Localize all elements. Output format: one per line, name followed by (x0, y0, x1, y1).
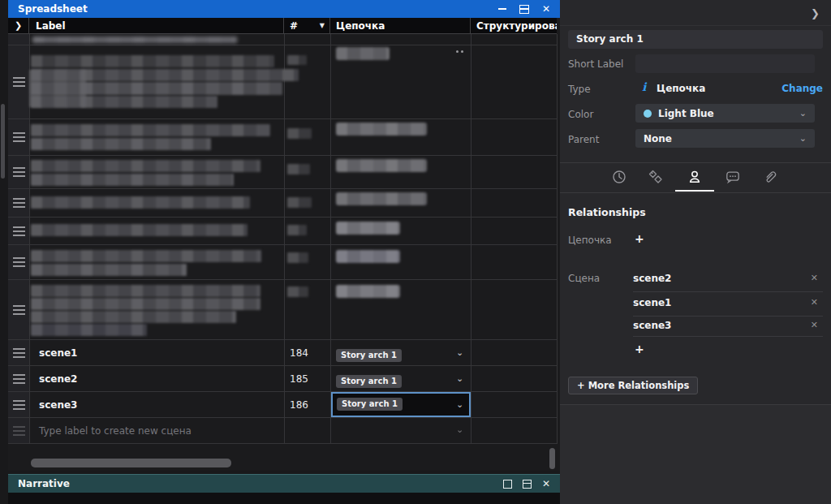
type-label: Type (568, 84, 591, 95)
restore-split-icon[interactable] (523, 480, 532, 489)
overflow-dots (461, 50, 463, 53)
table-row-redacted[interactable] (8, 156, 557, 189)
table-row: scene1 184 Story arch 1 ⌄ (8, 340, 557, 366)
header-expand-cell[interactable]: ❯ (8, 18, 29, 34)
horizontal-scrollbar[interactable] (31, 459, 231, 467)
table-row: scene3 186 Story arch 1 ⌄ (8, 392, 557, 418)
remove-icon[interactable]: ✕ (811, 273, 818, 283)
divider (560, 162, 831, 163)
short-label-field[interactable] (635, 54, 815, 73)
drag-handle-icon (13, 305, 25, 315)
change-type-link[interactable]: Change (781, 83, 823, 94)
comment-icon (725, 169, 741, 185)
chevron-down-icon[interactable]: ⌄ (456, 373, 463, 384)
close-icon[interactable]: ✕ (542, 4, 550, 14)
number-cell[interactable]: 186 (290, 399, 308, 411)
chain-cell[interactable]: Story arch 1 (336, 346, 402, 362)
table-row-redacted[interactable] (8, 34, 557, 45)
clock-icon (611, 169, 627, 185)
number-cell[interactable]: 185 (290, 373, 308, 385)
drag-handle-icon (13, 400, 25, 410)
add-scene-button[interactable]: + (635, 342, 644, 355)
relationship-item[interactable]: scene3 ✕ (633, 317, 823, 337)
remove-icon[interactable]: ✕ (811, 297, 818, 308)
label-cell[interactable]: scene3 (39, 399, 77, 411)
tab-history[interactable] (611, 169, 627, 185)
header-label[interactable]: Label (29, 18, 284, 34)
new-row-placeholder[interactable]: Type label to create new сцена (39, 425, 192, 437)
selected-chain-cell[interactable]: Story arch 1 ⌄ (331, 392, 471, 417)
short-label-label: Short Label (568, 58, 623, 70)
divider (560, 192, 831, 193)
overflow-dots (456, 50, 459, 53)
chain-chip[interactable]: Story arch 1 (337, 398, 403, 411)
tab-relationships[interactable] (687, 169, 703, 185)
row-gutter[interactable] (8, 366, 30, 391)
tab-attachments[interactable] (762, 169, 778, 185)
table-right-edge (557, 34, 558, 444)
color-select[interactable]: Light Blue ⌄ (635, 104, 815, 123)
add-chain-button[interactable]: + (635, 232, 644, 245)
type-value: Цепочка (657, 83, 705, 94)
close-icon[interactable]: ✕ (542, 479, 550, 489)
row-gutter[interactable] (8, 245, 30, 279)
chain-cell[interactable]: Story arch 1 (336, 372, 402, 388)
chevron-down-icon: ⌄ (799, 133, 807, 144)
parent-select[interactable]: None ⌄ (635, 129, 815, 148)
table-row-redacted[interactable] (8, 119, 557, 156)
row-gutter[interactable] (8, 189, 30, 217)
row-gutter[interactable] (8, 392, 30, 417)
relationships-heading: Relationships (568, 206, 646, 218)
table-row-redacted[interactable] (8, 189, 557, 218)
tab-tags[interactable] (648, 169, 664, 185)
minimize-icon[interactable] (498, 8, 506, 10)
maximize-icon[interactable] (503, 480, 512, 489)
header-number[interactable]: # ▼ (284, 18, 330, 34)
tags-icon (648, 169, 664, 185)
row-gutter (8, 34, 30, 45)
spreadsheet-title: Spreadsheet (8, 3, 498, 15)
row-gutter[interactable] (8, 280, 30, 339)
remove-icon[interactable]: ✕ (811, 320, 818, 330)
chain-group-label: Цепочка (568, 235, 612, 246)
relationship-item[interactable]: scene2 ✕ (633, 268, 823, 292)
chain-chip[interactable]: Story arch 1 (336, 375, 402, 388)
sort-filter-icon[interactable]: ▼ (320, 22, 329, 29)
collapse-panel-icon[interactable]: ❯ (811, 7, 820, 19)
restore-split-icon[interactable] (519, 5, 529, 14)
more-relationships-button[interactable]: + More Relationships (568, 377, 698, 394)
label-cell[interactable]: scene1 (39, 347, 77, 359)
row-gutter[interactable] (8, 340, 30, 365)
narrative-title: Narrative (8, 478, 503, 489)
table-row-redacted[interactable] (8, 45, 557, 119)
table-row-redacted[interactable] (8, 245, 557, 280)
header-chain[interactable]: Цепочка (330, 18, 471, 34)
chevron-down-icon[interactable]: ⌄ (456, 399, 463, 410)
row-gutter[interactable] (8, 119, 30, 155)
drag-handle-icon (13, 167, 25, 177)
info-icon: i (642, 82, 652, 93)
chevron-down-icon[interactable]: ⌄ (456, 347, 463, 358)
row-gutter[interactable] (8, 218, 30, 244)
chain-chip[interactable]: Story arch 1 (336, 349, 402, 362)
header-structured[interactable]: Структурировани (471, 18, 557, 34)
row-gutter[interactable] (8, 156, 30, 188)
panel-footer-area (560, 405, 831, 504)
vertical-scrollbar[interactable] (549, 448, 555, 469)
name-field[interactable]: Story arch 1 (568, 30, 823, 49)
screen-edge-scrollbar[interactable] (1, 104, 5, 179)
number-cell[interactable]: 184 (290, 347, 308, 359)
row-gutter[interactable] (8, 45, 30, 118)
label-cell[interactable]: scene2 (39, 373, 77, 385)
table-row-redacted[interactable] (8, 218, 557, 245)
table-row-redacted[interactable] (8, 280, 557, 340)
relationship-item[interactable]: scene1 ✕ (633, 292, 823, 317)
tab-comments[interactable] (725, 169, 741, 185)
row-gutter (8, 418, 30, 443)
drag-handle-icon (13, 132, 25, 142)
narrative-titlebar[interactable]: Narrative ✕ (8, 474, 560, 493)
scene-group-label: Сцена (568, 273, 600, 284)
spreadsheet-titlebar[interactable]: Spreadsheet ✕ (8, 0, 560, 18)
chevron-down-icon[interactable]: ⌄ (456, 424, 463, 435)
new-row[interactable]: Type label to create new сцена ⌄ (8, 418, 557, 444)
